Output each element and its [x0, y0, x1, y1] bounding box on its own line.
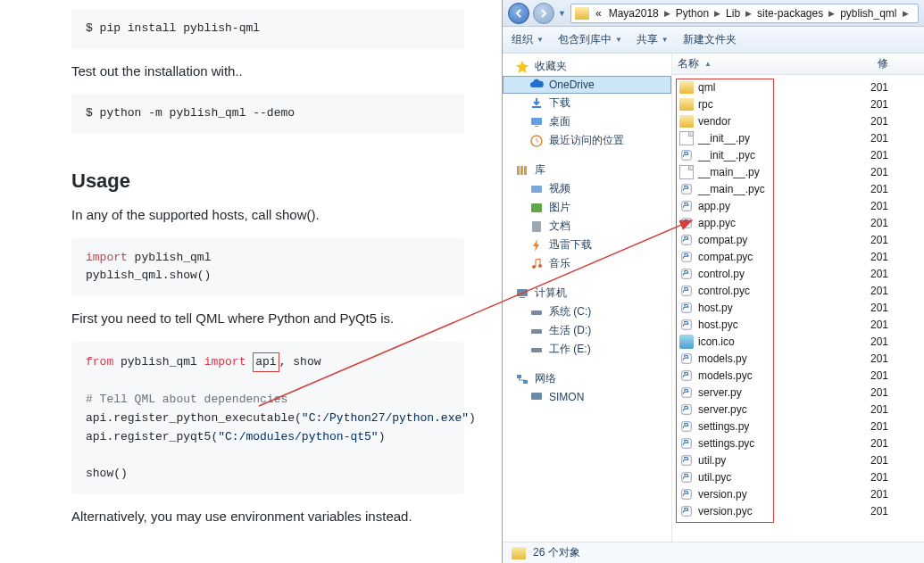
file-row[interactable]: models.py201 [676, 350, 924, 367]
python-file-icon [679, 385, 694, 400]
sidebar-label: 计算机 [535, 286, 567, 301]
file-row[interactable]: __main__.py201 [676, 163, 924, 180]
breadcrumb-item[interactable]: pyblish_qml [837, 7, 899, 20]
file-row[interactable]: rpc201 [676, 95, 924, 112]
sidebar-header-favorites[interactable]: 收藏夹 [503, 57, 671, 76]
sidebar-label: 收藏夹 [535, 59, 567, 74]
file-row[interactable]: settings.pyc201 [676, 435, 924, 451]
code-text: $ python -m pyblish_qml --demo [86, 106, 295, 120]
svg-rect-15 [531, 348, 542, 352]
sidebar-item-drive-e[interactable]: 工作 (E:) [503, 340, 671, 359]
sidebar-item-simon[interactable]: SIMON [503, 388, 671, 406]
file-list-columns: 名称▲ 修 [672, 54, 924, 75]
file-date: 201 [870, 420, 888, 433]
file-row[interactable]: __main__.pyc201 [676, 180, 924, 197]
text-alt-intro: Alternatively, you may use environment v… [71, 507, 464, 527]
file-row[interactable]: icon.ico201 [676, 333, 924, 350]
file-date: 201 [870, 98, 888, 111]
file-row[interactable]: control.py201 [676, 265, 924, 282]
file-date: 201 [870, 81, 888, 94]
python-file-icon [679, 301, 694, 315]
folder-icon [679, 115, 694, 128]
toolbar-organize-button[interactable]: 组织 ▼ [512, 32, 544, 47]
code-text: ) [379, 430, 386, 443]
breadcrumb-item[interactable]: Lib [723, 7, 743, 20]
folder-icon [679, 98, 694, 111]
breadcrumb-item[interactable]: « [593, 7, 604, 20]
file-row[interactable]: version.pyc201 [676, 502, 924, 519]
file-row[interactable]: compat.pyc201 [676, 248, 924, 265]
column-header-name[interactable]: 名称▲ [672, 56, 878, 71]
file-row[interactable]: util.py201 [676, 451, 924, 468]
file-row[interactable]: app.pyc201 [676, 214, 924, 231]
sidebar-item-videos[interactable]: 视频 [503, 179, 671, 198]
nav-history-dropdown[interactable]: ▼ [558, 9, 567, 18]
sidebar-label: 库 [535, 162, 545, 178]
file-row[interactable]: settings.py201 [676, 418, 924, 435]
file-date: 201 [870, 403, 888, 416]
file-date: 201 [870, 437, 888, 450]
svg-rect-4 [520, 166, 523, 175]
file-row[interactable]: version.py201 [676, 485, 924, 502]
file-row[interactable]: models.pyc201 [676, 367, 924, 384]
file-date: 201 [870, 319, 888, 331]
file-row[interactable]: host.pyc201 [676, 316, 924, 333]
sidebar-item-onedrive[interactable]: OneDrive [503, 76, 671, 94]
file-name: version.pyc [698, 505, 753, 517]
sidebar-header-library[interactable]: 库 [503, 161, 671, 179]
sidebar-label: 文档 [549, 219, 570, 234]
file-row[interactable]: host.py201 [676, 299, 924, 316]
file-row[interactable]: qml201 [676, 79, 924, 95]
column-header-date[interactable]: 修 [878, 56, 913, 71]
nav-back-button[interactable] [508, 3, 529, 24]
sidebar-item-pictures[interactable]: 图片 [503, 198, 671, 217]
file-name: control.pyc [698, 285, 750, 297]
file-row[interactable]: compat.py201 [676, 231, 924, 248]
file-row[interactable]: control.pyc201 [676, 282, 924, 299]
file-name: models.pyc [698, 369, 753, 382]
document-icon [529, 219, 544, 234]
sidebar-section-favorites: 收藏夹 OneDrive 下载 桌面 最近访问的位置 [503, 57, 671, 150]
svg-rect-8 [532, 221, 541, 232]
file-name: server.py [698, 386, 742, 399]
sidebar-header-network[interactable]: 网络 [503, 369, 671, 388]
sidebar-item-recent[interactable]: 最近访问的位置 [503, 131, 671, 150]
breadcrumb-item[interactable]: Maya2018 [606, 7, 662, 20]
file-name: server.pyc [698, 403, 747, 416]
sidebar-section-network: 网络 SIMON [503, 369, 671, 406]
file-row[interactable]: __init__.pyc201 [676, 146, 924, 163]
file-date: 201 [870, 251, 888, 263]
nav-forward-button[interactable] [533, 3, 554, 24]
toolbar-include-button[interactable]: 包含到库中 ▼ [558, 32, 622, 47]
file-row[interactable]: util.pyc201 [676, 468, 924, 485]
code-line [86, 447, 450, 466]
sidebar-item-desktop[interactable]: 桌面 [503, 112, 671, 131]
sidebar-item-documents[interactable]: 文档 [503, 217, 671, 236]
file-row[interactable]: app.py201 [676, 197, 924, 214]
breadcrumb-item[interactable]: Python [673, 7, 712, 20]
file-row[interactable]: __init__.py201 [676, 129, 924, 146]
sidebar-item-downloads[interactable]: 下载 [503, 94, 671, 112]
file-name: settings.pyc [698, 437, 754, 450]
file-row[interactable]: vendor201 [676, 112, 924, 129]
explorer-sidebar[interactable]: 收藏夹 OneDrive 下载 桌面 最近访问的位置 库 视频 图片 文档 迅雷… [503, 54, 672, 542]
address-breadcrumb[interactable]: « Maya2018▶ Python▶ Lib▶ site-packages▶ … [570, 4, 919, 23]
token-module: pyblish_qml [113, 355, 204, 368]
file-row[interactable]: server.py201 [676, 384, 924, 401]
sidebar-item-drive-d[interactable]: 生活 (D:) [503, 321, 671, 340]
sidebar-item-drive-c[interactable]: 系统 (C:) [503, 302, 671, 321]
folder-icon [512, 547, 526, 559]
breadcrumb-item[interactable]: site-packages [754, 7, 826, 20]
toolbar-share-button[interactable]: 共享 ▼ [637, 32, 669, 47]
sidebar-item-music[interactable]: 音乐 [503, 254, 671, 273]
api-highlight-box: api [253, 352, 279, 373]
file-list[interactable]: qml201rpc201vendor201__init__.py201__ini… [672, 75, 924, 542]
svg-rect-16 [517, 375, 521, 378]
token-module: pyblish_qml [128, 251, 212, 264]
sidebar-header-computer[interactable]: 计算机 [503, 284, 671, 302]
file-row[interactable]: server.pyc201 [676, 401, 924, 418]
svg-point-38 [684, 321, 685, 322]
svg-point-28 [684, 236, 685, 237]
toolbar-newfolder-button[interactable]: 新建文件夹 [683, 32, 737, 47]
sidebar-item-xunlei[interactable]: 迅雷下载 [503, 236, 671, 254]
